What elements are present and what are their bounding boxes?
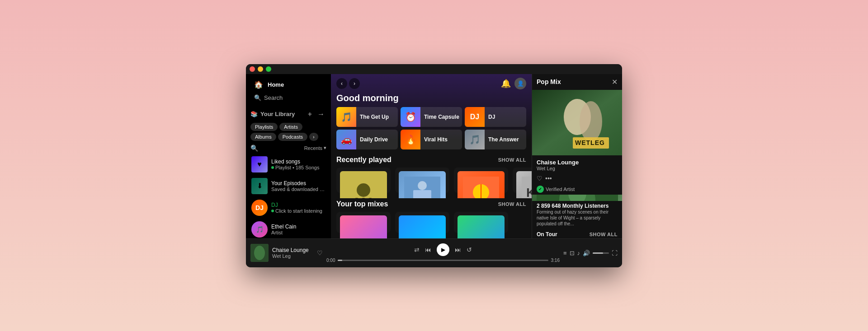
card-breakaway[interactable]: Breakaway Glassio [395, 168, 449, 193]
top-mix-card-1[interactable] [336, 212, 391, 233]
devices-btn[interactable]: ⊡ [570, 250, 575, 256]
the-answer-label: The Answer [488, 136, 519, 143]
filter-tab-podcasts[interactable]: Podcasts [278, 133, 307, 141]
repeat-btn[interactable]: ↺ [467, 246, 472, 253]
sidebar-search[interactable]: 🔍 Search [250, 92, 326, 104]
greeting: Good morning [331, 91, 532, 107]
liked-songs-meta-row: Playlist • 185 Songs [271, 165, 326, 170]
pick-it-ups-thumb: KIT UP! [516, 171, 532, 199]
quick-item-dj[interactable]: DJ DJ [465, 107, 526, 127]
library-item-liked-songs[interactable]: ♥ Liked songs Playlist • 185 Songs [249, 154, 328, 175]
volume-btn[interactable]: 🔊 [583, 250, 590, 256]
library-item-episodes[interactable]: ⬇ Your Episodes Saved & downloaded episo… [249, 175, 328, 197]
library-expand-btn[interactable]: → [316, 109, 326, 119]
quick-item-time-capsule[interactable]: ⏰ Time Capsule [401, 107, 462, 127]
filter-tab-albums[interactable]: Albums [250, 133, 276, 141]
time-capsule-label: Time Capsule [424, 114, 459, 120]
quick-item-daily-drive[interactable]: 🚗 Daily Drive [336, 130, 398, 149]
minimize-button[interactable] [258, 66, 263, 72]
library-actions: + → [306, 109, 326, 119]
episodes-meta: Saved & downloaded episodes [271, 186, 326, 192]
electric-feeling-thumb [340, 171, 387, 199]
nav-back-btn[interactable]: ‹ [336, 78, 347, 89]
player-thumb-art [250, 244, 269, 262]
home-icon: 🏠 [254, 80, 263, 89]
right-panel: Pop Mix ✕ [532, 74, 622, 238]
artist-photo-inner [532, 195, 622, 201]
sidebar-search-label: Search [264, 94, 283, 101]
lyrics-btn[interactable]: ♪ [577, 250, 580, 256]
player-track: Chaise Lounge Wet Leg ♡ [250, 244, 323, 262]
filter-tab-artists[interactable]: Artists [279, 123, 302, 131]
recently-played-show-all[interactable]: Show all [498, 157, 526, 163]
main-layout: 🏠 Home 🔍 Search 📚 Your Library + → [246, 74, 622, 238]
library-item-dj[interactable]: DJ DJ Click to start listening [249, 197, 328, 219]
volume-bar[interactable] [593, 252, 609, 254]
top-mix-card-2[interactable] [395, 212, 449, 233]
sort-chevron-icon: ▾ [324, 145, 326, 151]
shuffle-btn[interactable]: ⇄ [414, 246, 420, 253]
panel-track-info: Chaise Lounge Wet Leg [532, 155, 622, 173]
library-filter-tabs: Playlists Artists Albums Podcasts › [246, 121, 331, 143]
filter-tab-playlists[interactable]: Playlists [250, 123, 278, 131]
quick-item-the-get-up[interactable]: 🎵 The Get Up [336, 107, 398, 127]
player-right: ≡ ⊡ ♪ 🔊 ⛶ [563, 250, 618, 256]
liked-songs-dot [271, 166, 274, 169]
library-title-btn[interactable]: 📚 Your Library [250, 111, 295, 117]
daily-drive-label: Daily Drive [360, 136, 388, 143]
quick-item-viral-hits[interactable]: 🔥 Viral Hits [401, 130, 462, 149]
user-avatar[interactable]: 👤 [514, 78, 526, 89]
monthly-listeners: 2 859 648 Monthly Listeners Forming out … [532, 201, 622, 228]
on-tour-show-all[interactable]: Show all [590, 232, 618, 237]
recently-played-title: Recently played [336, 156, 392, 164]
dj-name: DJ [271, 202, 326, 208]
svg-rect-6 [413, 190, 431, 199]
quick-item-the-answer[interactable]: 🎵 The Answer [465, 130, 526, 149]
close-button[interactable] [250, 66, 255, 72]
panel-more-btn[interactable]: ••• [545, 175, 552, 182]
get-up-label: The Get Up [360, 114, 389, 120]
sidebar-home-label: Home [268, 81, 284, 88]
panel-close-btn[interactable]: ✕ [612, 78, 618, 86]
app-window: 🏠 Home 🔍 Search 📚 Your Library + → [246, 64, 622, 267]
nav-forward-btn[interactable]: › [349, 78, 360, 89]
progress-bar[interactable] [338, 260, 548, 261]
top-mixes-title: Your top mixes [336, 200, 388, 208]
library-item-ethel-cain[interactable]: 🎵 Ethel Cain Artist [249, 219, 328, 238]
svg-point-7 [418, 181, 427, 190]
library-search-icon[interactable]: 🔍 [250, 145, 258, 152]
notifications-btn[interactable]: 🔔 [501, 79, 511, 89]
panel-header: Pop Mix ✕ [532, 74, 622, 90]
verified-label: Verified Artist [546, 186, 575, 192]
card-staycation[interactable]: Staycation Blvls Freshly [454, 168, 508, 193]
time-current: 0:00 [326, 258, 335, 263]
player-heart-btn[interactable]: ♡ [317, 249, 323, 256]
liked-songs-name: Liked songs [271, 159, 326, 165]
library-sort[interactable]: Recents ▾ [304, 145, 326, 151]
top-mix-card-3[interactable] [454, 212, 508, 233]
monthly-count: 2 859 648 Monthly Listeners [537, 203, 618, 209]
library-list: ♥ Liked songs Playlist • 185 Songs [246, 154, 331, 238]
fullscreen-btn[interactable]: ⛶ [612, 250, 618, 256]
daily-drive-thumb: 🚗 [336, 130, 356, 149]
queue-btn[interactable]: ≡ [563, 250, 567, 256]
nav-arrows: ‹ › [336, 78, 360, 89]
sidebar-home[interactable]: 🏠 Home [250, 78, 326, 92]
ethel-cain-name: Ethel Cain [271, 224, 326, 230]
library-add-btn[interactable]: + [306, 109, 314, 119]
top-mix-1-thumb [340, 215, 387, 238]
filter-tab-more[interactable]: › [309, 133, 318, 141]
card-electric-feeling[interactable]: Electric Feeling Decora [336, 168, 391, 193]
card-pick-it-ups[interactable]: KIT UP! Pick it ups Michael Minelli [513, 168, 532, 193]
sidebar: 🏠 Home 🔍 Search 📚 Your Library + → [246, 74, 331, 238]
next-btn[interactable]: ⏭ [455, 246, 461, 253]
play-pause-btn[interactable]: ▶ [437, 243, 449, 256]
pick-it-ups-art: KIT UP! [522, 177, 532, 199]
maximize-button[interactable] [266, 66, 271, 72]
top-mixes-show-all[interactable]: Show all [498, 201, 526, 207]
breakaway-art [404, 177, 440, 199]
panel-heart-btn[interactable]: ♡ [537, 175, 542, 182]
panel-album-art: WETLEG [532, 90, 622, 155]
header-right: 🔔 👤 [501, 78, 526, 89]
prev-btn[interactable]: ⏮ [425, 246, 431, 253]
